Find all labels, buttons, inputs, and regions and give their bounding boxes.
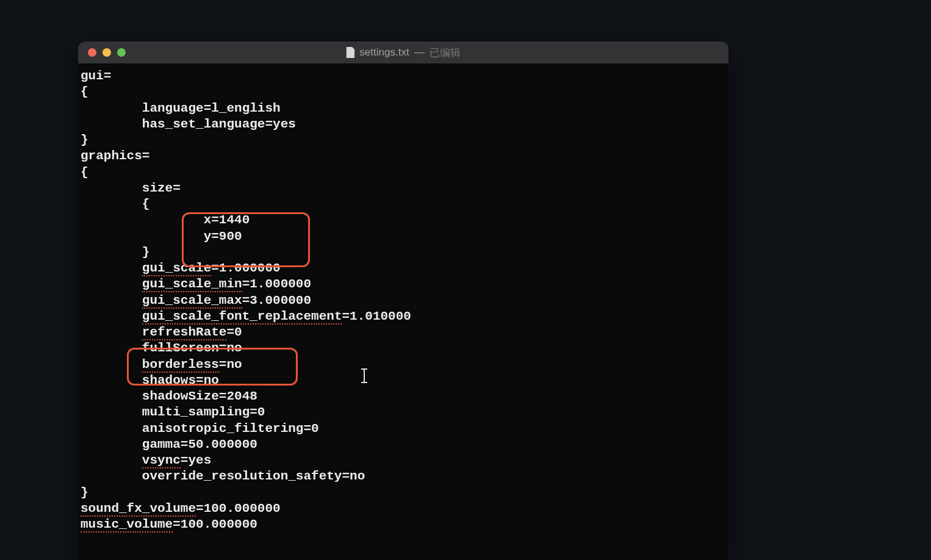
edited-label: 已编辑 [430, 46, 461, 60]
code-line: gui_scale_max=3.000000 [78, 293, 728, 309]
code-line: } [78, 132, 728, 148]
code-line: anisotropic_filtering=0 [78, 421, 728, 437]
code-line: borderless=no [78, 357, 728, 373]
code-line: gui= [78, 68, 728, 84]
code-line: } [78, 245, 728, 260]
code-line: language=l_english [78, 101, 728, 117]
code-line: size= [78, 181, 728, 196]
code-line: music_volume=100.000000 [78, 517, 728, 533]
code-line: has_set_language=yes [78, 117, 728, 132]
code-line: shadows=no [78, 373, 728, 389]
document-icon [346, 47, 354, 58]
window-titlebar[interactable]: settings.txt — 已编辑 [78, 41, 728, 63]
code-line: shadowSize=2048 [78, 389, 728, 404]
minimize-icon[interactable] [102, 48, 111, 57]
close-icon[interactable] [88, 48, 96, 57]
code-line: sound_fx_volume=100.000000 [78, 501, 728, 517]
code-line: fullScreen=no [78, 340, 728, 356]
window-title: settings.txt — 已编辑 [346, 46, 460, 60]
code-line: refreshRate=0 [78, 325, 728, 340]
code-line: { [78, 84, 728, 100]
filename-label: settings.txt [359, 46, 409, 59]
code-line: vsync=yes [78, 453, 728, 468]
code-line: { [78, 196, 728, 212]
traffic-lights [78, 48, 126, 57]
code-line: gui_scale=1.000000 [78, 260, 728, 276]
text-editor-content[interactable]: gui= { language=l_english has_set_langua… [78, 63, 728, 537]
code-line: gui_scale_font_replacement=1.010000 [78, 309, 728, 325]
code-line: { [78, 165, 728, 181]
code-line: gamma=50.000000 [78, 437, 728, 453]
code-line: } [78, 485, 728, 501]
code-line: graphics= [78, 148, 728, 164]
text-editor-window: settings.txt — 已编辑 gui= { language=l_eng… [78, 41, 728, 560]
code-line: gui_scale_min=1.000000 [78, 276, 728, 292]
title-separator: — [414, 46, 425, 59]
code-line: y=900 [78, 229, 728, 245]
code-line: multi_sampling=0 [78, 404, 728, 420]
zoom-icon[interactable] [117, 48, 126, 57]
code-line: x=1440 [78, 212, 728, 228]
code-line: override_resolution_safety=no [78, 468, 728, 484]
